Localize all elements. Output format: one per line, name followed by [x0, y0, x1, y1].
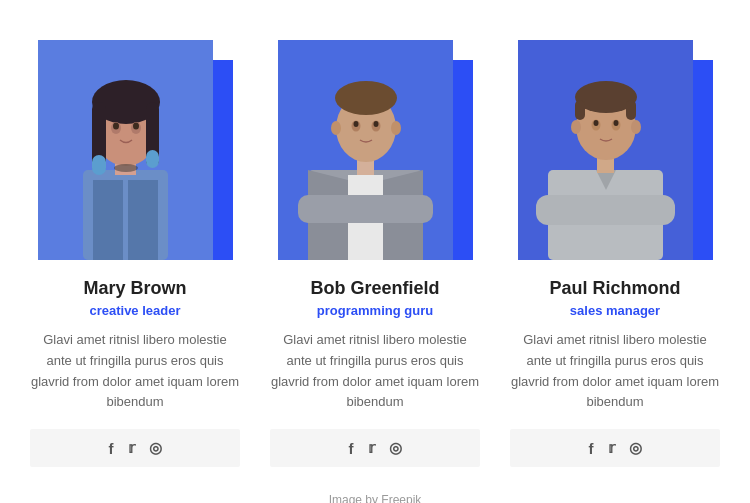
team-card-mary-brown: Mary Brown creative leader Glavi amet ri…	[30, 30, 240, 467]
svg-rect-11	[128, 180, 158, 260]
person-photo	[38, 40, 213, 260]
svg-point-28	[373, 121, 378, 127]
svg-point-29	[331, 121, 341, 135]
facebook-icon[interactable]: f	[589, 440, 594, 457]
member-role: sales manager	[570, 303, 660, 318]
team-card-bob-greenfield: Bob Greenfield programming guru Glavi am…	[270, 30, 480, 467]
instagram-icon[interactable]: ◎	[149, 439, 162, 457]
person-photo	[278, 40, 453, 260]
svg-rect-34	[536, 195, 675, 225]
twitter-icon[interactable]: 𝕣	[368, 439, 375, 457]
image-wrapper	[38, 30, 233, 260]
svg-rect-10	[93, 180, 123, 260]
svg-point-24	[335, 81, 397, 115]
social-links: f 𝕣 ◎	[510, 429, 720, 467]
svg-rect-8	[146, 150, 159, 168]
social-links: f 𝕣 ◎	[270, 429, 480, 467]
svg-rect-39	[626, 100, 636, 120]
member-name: Bob Greenfield	[310, 278, 439, 299]
member-role: programming guru	[317, 303, 433, 318]
member-name: Mary Brown	[83, 278, 186, 299]
svg-point-42	[593, 120, 598, 126]
person-photo	[518, 40, 693, 260]
svg-point-44	[571, 120, 581, 134]
svg-point-15	[133, 123, 139, 130]
team-card-paul-richmond: Paul Richmond sales manager Glavi amet r…	[510, 30, 720, 467]
facebook-icon[interactable]: f	[109, 440, 114, 457]
footer-credit: Image by Freepik	[0, 477, 750, 503]
member-role: creative leader	[89, 303, 180, 318]
image-wrapper	[518, 30, 713, 260]
twitter-icon[interactable]: 𝕣	[608, 439, 615, 457]
image-wrapper	[278, 30, 473, 260]
instagram-icon[interactable]: ◎	[389, 439, 402, 457]
member-description: Glavi amet ritnisl libero molestie ante …	[30, 330, 240, 413]
member-description: Glavi amet ritnisl libero molestie ante …	[510, 330, 720, 413]
member-name: Paul Richmond	[549, 278, 680, 299]
svg-point-43	[613, 120, 618, 126]
svg-rect-21	[298, 195, 433, 223]
team-section: Mary Brown creative leader Glavi amet ri…	[0, 0, 750, 477]
svg-point-27	[353, 121, 358, 127]
svg-rect-7	[92, 155, 106, 175]
social-links: f 𝕣 ◎	[30, 429, 240, 467]
facebook-icon[interactable]: f	[349, 440, 354, 457]
svg-point-30	[391, 121, 401, 135]
twitter-icon[interactable]: 𝕣	[128, 439, 135, 457]
svg-rect-38	[575, 100, 585, 120]
svg-point-45	[631, 120, 641, 134]
instagram-icon[interactable]: ◎	[629, 439, 642, 457]
svg-point-9	[114, 164, 138, 172]
svg-point-14	[113, 123, 119, 130]
member-description: Glavi amet ritnisl libero molestie ante …	[270, 330, 480, 413]
